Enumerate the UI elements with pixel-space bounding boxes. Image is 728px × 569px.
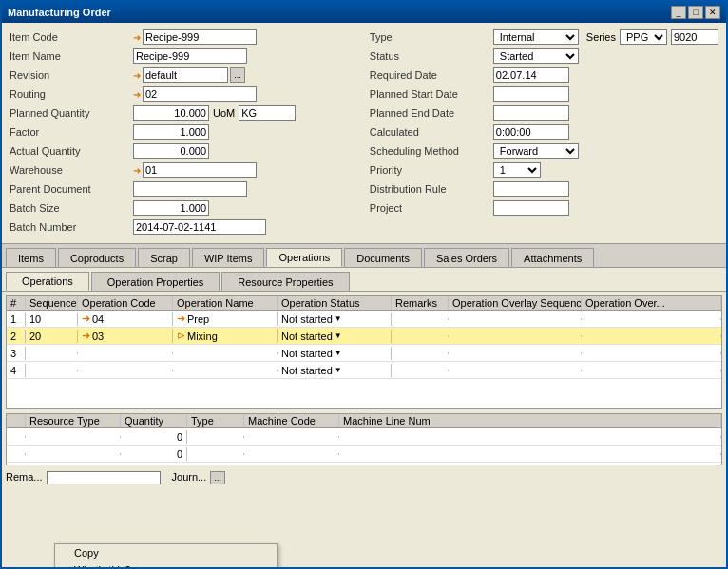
scheduling-select[interactable]: Forward [493,143,579,159]
cell-overlay-over [582,370,721,371]
journal-label: Journ... [172,471,207,484]
main-tabs: Items Coproducts Scrap WIP Items Operati… [2,244,726,268]
item-code-label: Item Code [10,31,133,43]
subtab-operations[interactable]: Operations [6,272,89,291]
table-row[interactable]: 1 10 ➜04 ➜Prep Not started ▼ [7,311,721,328]
cell-num: 2 [7,330,26,343]
resource-row[interactable]: 0 [7,428,721,446]
project-input[interactable] [493,200,569,216]
journal-button[interactable]: ... [210,471,225,484]
context-menu: Copy What's this? Copy Issues and Receip… [54,543,278,569]
menu-whats-this[interactable]: What's this? [55,561,277,569]
uom-label: UoM [213,107,235,119]
grid-header: # Sequence Operation Code Operation Name… [7,296,721,311]
warehouse-label: Warehouse [10,164,133,176]
remarks-input[interactable] [47,471,161,484]
routing-input[interactable] [143,86,257,102]
actual-qty-input[interactable] [133,143,209,159]
cell-overlay-over [582,318,721,320]
minimize-button[interactable]: _ [671,6,686,19]
revision-arrow: ➜ [133,70,141,81]
col-op-status: Operation Status [278,296,392,310]
series-select[interactable]: PPG [620,29,667,45]
footer-area: Rema... Journ... ... [2,469,726,486]
resource-row[interactable]: 0 [7,446,721,463]
cell-overlay-over [582,352,721,354]
col-overlay-over: Operation Over... [582,296,721,310]
parent-doc-label: Parent Document [10,183,133,195]
factor-input[interactable] [133,124,209,140]
calculated-input[interactable] [493,124,569,140]
series-num-input[interactable] [671,29,718,45]
planned-end-input[interactable] [493,105,569,121]
remarks-label: Rema... [6,471,43,484]
calculated-label: Calculated [370,126,493,138]
cell-num: 1 [7,313,26,326]
table-row[interactable]: 2 20 ➜03 ⊳Mixing Not started ▼ [7,328,721,345]
close-button[interactable]: ✕ [705,6,720,19]
batch-size-input[interactable] [133,200,209,216]
tab-sales-orders[interactable]: Sales Orders [424,248,509,267]
content-area: Operations Operation Properties Resource… [2,268,726,486]
item-code-input[interactable] [143,29,257,45]
table-row[interactable]: 3 Not started ▼ [7,345,721,362]
item-code-arrow: ➜ [133,32,141,43]
routing-label: Routing [10,88,133,100]
tab-items[interactable]: Items [6,248,56,267]
cell-name [173,370,278,371]
batch-number-input[interactable] [133,219,266,235]
cell-name: ➜Prep [173,312,278,326]
item-name-input[interactable] [133,48,247,64]
cell-r4 [187,453,244,455]
status-label: Status [370,50,493,62]
form-right-col: Type Internal Series PPG Status Started [362,28,718,237]
menu-whats-this-label: What's this? [74,564,131,569]
tab-documents[interactable]: Documents [344,248,422,267]
revision-label: Revision [10,69,133,81]
tab-attachments[interactable]: Attachments [511,248,594,267]
tab-operations[interactable]: Operations [266,248,342,267]
routing-arrow: ➜ [133,89,141,100]
parent-doc-input[interactable] [133,181,247,197]
factor-label: Factor [10,126,133,138]
status-select[interactable]: Started [493,48,579,64]
cell-r1 [7,436,26,438]
col-resource-type: Resource Type [26,414,121,427]
col-empty [7,414,26,427]
cell-num: 4 [7,364,26,377]
type-label: Type [370,31,493,43]
planned-qty-input[interactable] [133,105,209,121]
cell-r3: 0 [121,447,187,461]
cell-r2 [26,436,121,438]
priority-select[interactable]: 1 [493,162,541,178]
tab-wip-items[interactable]: WIP Items [192,248,265,267]
tab-scrap[interactable]: Scrap [138,248,190,267]
cell-overlay-over [582,335,721,337]
planned-start-input[interactable] [493,86,569,102]
cell-seq: 20 [26,330,78,343]
actual-qty-label: Actual Quantity [10,145,133,157]
cell-r5 [244,436,339,438]
revision-input[interactable] [143,67,228,83]
uom-input[interactable] [239,105,296,121]
required-date-input[interactable] [493,67,569,83]
cell-status: Not started ▼ [278,313,392,326]
menu-copy-1[interactable]: Copy [55,544,277,561]
scheduling-label: Scheduling Method [370,145,493,157]
warehouse-input[interactable] [143,162,257,178]
type-select[interactable]: Internal [493,29,579,45]
tab-coproducts[interactable]: Coproducts [58,248,136,267]
title-bar: Manufacturing Order _ □ ✕ [2,2,726,23]
cell-r4 [187,436,244,438]
cell-status: Not started ▼ [278,347,392,360]
cell-r6 [339,436,721,438]
dist-rule-input[interactable] [493,181,569,197]
table-row[interactable]: 4 Not started ▼ [7,362,721,379]
maximize-button[interactable]: □ [688,6,703,19]
cell-r1 [7,453,26,455]
col-remarks: Remarks [392,296,449,310]
subtab-operation-properties[interactable]: Operation Properties [91,272,220,291]
subtab-resource-properties[interactable]: Resource Properties [221,272,349,291]
col-op-name: Operation Name [173,296,278,310]
revision-browse-button[interactable]: ... [230,67,245,83]
